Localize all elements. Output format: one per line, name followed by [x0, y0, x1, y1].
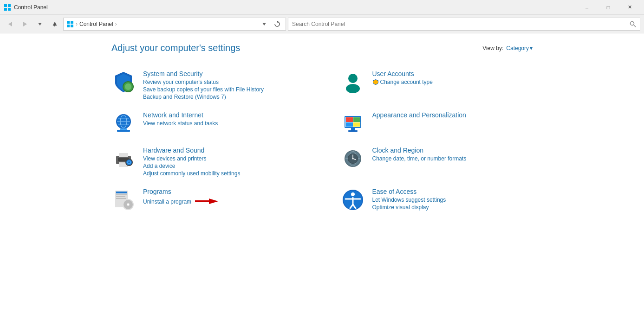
search-icon — [630, 21, 636, 27]
up-button[interactable] — [48, 18, 61, 31]
red-arrow-annotation — [195, 197, 218, 206]
address-separator: › — [76, 21, 78, 27]
system-security-content: System and Security Review your computer… — [143, 70, 304, 100]
search-input[interactable] — [292, 21, 628, 27]
category-appearance: Appearance and Personalization — [341, 106, 533, 141]
appearance-title[interactable]: Appearance and Personalization — [372, 111, 533, 119]
clock-region-icon — [341, 147, 365, 171]
search-magnifier-icon — [630, 21, 636, 27]
svg-point-21 — [346, 84, 360, 93]
ease-of-access-title[interactable]: Ease of Access — [372, 188, 533, 195]
view-by-label: View by: — [482, 45, 503, 51]
svg-marker-13 — [262, 23, 266, 26]
ease-of-access-icon — [341, 188, 365, 212]
forward-button[interactable] — [19, 18, 32, 31]
address-bar-icon — [66, 20, 74, 28]
dropdown-icon — [38, 22, 42, 26]
svg-rect-9 — [67, 21, 70, 24]
svg-rect-2 — [4, 8, 7, 11]
ease-of-access-content: Ease of Access Let Windows suggest setti… — [372, 188, 533, 211]
main-content: Adjust your computer's settings View by:… — [0, 33, 644, 320]
hardware-sound-icon — [111, 147, 136, 171]
clock-region-content: Clock and Region Change date, time, or n… — [372, 147, 533, 162]
network-internet-title[interactable]: Network and Internet — [143, 111, 304, 119]
svg-point-45 — [128, 161, 130, 163]
svg-rect-32 — [346, 117, 353, 122]
svg-rect-3 — [8, 8, 11, 11]
clock-region-link-1[interactable]: Change date, time, or number formats — [372, 155, 533, 162]
ease-of-access-link-2[interactable]: Optimize visual display — [372, 204, 533, 211]
user-accounts-icon — [341, 70, 365, 94]
close-button[interactable]: ✕ — [619, 0, 640, 15]
svg-rect-0 — [4, 4, 7, 7]
svg-marker-65 — [209, 198, 218, 204]
minimize-button[interactable]: – — [576, 0, 598, 15]
hardware-sound-link-3[interactable]: Adjust commonly used mobility settings — [143, 170, 304, 177]
svg-point-63 — [127, 204, 129, 205]
titlebar: Control Panel – □ ✕ — [0, 0, 644, 15]
system-security-title[interactable]: System and Security — [143, 70, 304, 77]
programs-link-row: Uninstall a program — [143, 197, 304, 206]
user-accounts-link-1[interactable]: Change account type — [372, 79, 533, 87]
svg-rect-59 — [116, 198, 126, 199]
svg-rect-11 — [67, 25, 70, 27]
category-user-accounts: User Accounts Change account type — [341, 64, 533, 106]
back-icon — [8, 21, 13, 27]
category-hardware-sound: Hardware and Sound View devices and prin… — [111, 141, 304, 182]
svg-rect-12 — [71, 25, 73, 27]
titlebar-title: Control Panel — [14, 4, 48, 11]
svg-line-16 — [634, 25, 636, 27]
svg-rect-40 — [119, 153, 128, 157]
programs-link-1[interactable]: Uninstall a program — [143, 198, 191, 205]
network-internet-link-1[interactable]: View network status and tasks — [143, 120, 304, 127]
view-by-arrow: ▾ — [530, 45, 533, 51]
system-security-link-2[interactable]: Save backup copies of your files with Fi… — [143, 86, 304, 93]
svg-rect-33 — [353, 117, 360, 122]
programs-title[interactable]: Programs — [143, 188, 304, 195]
user-accounts-title[interactable]: User Accounts — [372, 70, 533, 77]
address-dropdown-button[interactable] — [260, 18, 269, 30]
clock-region-title[interactable]: Clock and Region — [372, 147, 533, 154]
svg-point-15 — [631, 21, 634, 25]
svg-marker-4 — [8, 22, 12, 26]
hardware-sound-link-2[interactable]: Add a device — [143, 163, 304, 169]
shield-badge-icon — [372, 79, 379, 85]
category-network-internet: Network and Internet View network status… — [111, 106, 304, 141]
recent-locations-button[interactable] — [33, 18, 46, 31]
maximize-button[interactable]: □ — [598, 0, 619, 15]
refresh-icon — [274, 21, 280, 27]
search-bar[interactable] — [288, 18, 640, 31]
svg-rect-1 — [8, 4, 11, 7]
network-internet-icon — [111, 111, 136, 135]
back-button[interactable] — [4, 18, 17, 31]
appearance-icon — [341, 111, 365, 135]
svg-point-20 — [348, 74, 358, 83]
programs-content: Programs Uninstall a program — [143, 188, 304, 206]
view-by-dropdown[interactable]: Category ▾ — [506, 45, 533, 51]
refresh-button[interactable] — [272, 18, 283, 31]
svg-point-54 — [352, 158, 353, 160]
svg-rect-28 — [120, 128, 127, 130]
address-bar[interactable]: › Control Panel › — [63, 18, 286, 31]
view-by-section: View by: Category ▾ — [482, 45, 533, 51]
address-dropdown-icon — [262, 23, 266, 26]
svg-point-68 — [351, 192, 355, 196]
system-security-icon — [111, 70, 136, 94]
up-icon — [52, 21, 57, 27]
view-by-value: Category — [506, 45, 529, 51]
system-security-link-3[interactable]: Backup and Restore (Windows 7) — [143, 94, 304, 100]
system-security-link-1[interactable]: Review your computer's status — [143, 79, 304, 85]
svg-rect-35 — [353, 122, 360, 127]
hardware-sound-link-1[interactable]: View devices and printers — [143, 155, 304, 162]
svg-rect-57 — [116, 194, 127, 195]
ease-of-access-link-1[interactable]: Let Windows suggest settings — [372, 197, 533, 203]
categories-grid: System and Security Review your computer… — [111, 64, 533, 218]
svg-rect-58 — [116, 196, 125, 197]
svg-rect-34 — [346, 122, 353, 127]
svg-rect-29 — [117, 130, 130, 132]
user-accounts-content: User Accounts Change account type — [372, 70, 533, 87]
address-separator2: › — [115, 21, 117, 27]
hardware-sound-title[interactable]: Hardware and Sound — [143, 147, 304, 154]
svg-rect-56 — [116, 192, 127, 193]
svg-marker-5 — [23, 22, 27, 26]
